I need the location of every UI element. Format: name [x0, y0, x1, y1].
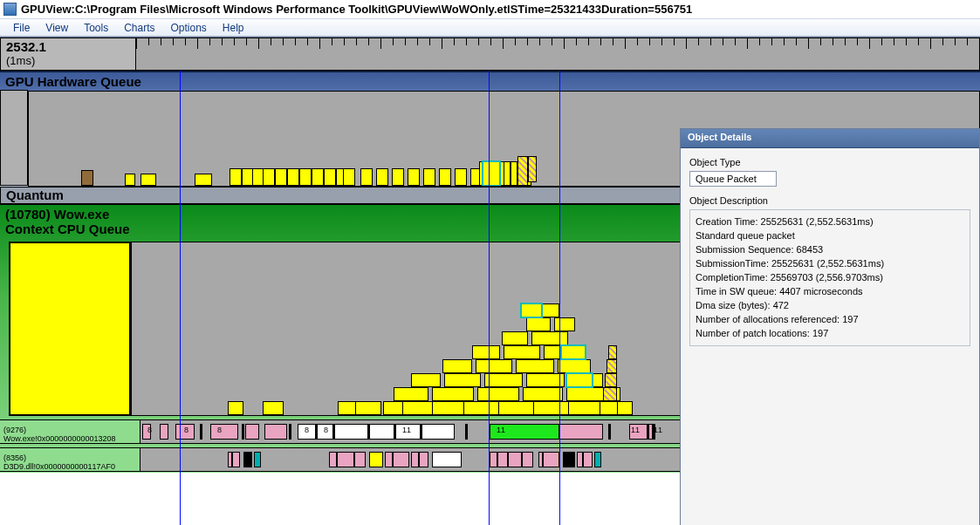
packet[interactable] [558, 359, 591, 373]
menu-charts[interactable]: Charts [116, 20, 162, 36]
packet[interactable] [607, 359, 617, 373]
ruler-track[interactable] [136, 38, 980, 71]
thread-segment[interactable] [160, 424, 168, 440]
thread-segment[interactable] [231, 452, 233, 467]
packet[interactable] [432, 387, 474, 401]
packet[interactable] [483, 161, 500, 186]
packet[interactable] [605, 373, 617, 387]
thread-segment[interactable] [289, 424, 291, 440]
thread-segment[interactable] [563, 452, 575, 467]
packet[interactable] [230, 168, 242, 186]
menu-view[interactable]: View [38, 20, 76, 36]
thread-segment[interactable] [200, 424, 202, 440]
packet[interactable] [312, 168, 324, 186]
thread-segment[interactable] [210, 424, 238, 440]
packet[interactable] [324, 168, 336, 186]
thread-segment[interactable] [242, 424, 244, 440]
packet[interactable] [603, 387, 617, 401]
thread-segment[interactable] [245, 424, 259, 440]
thread-segment[interactable] [647, 424, 649, 440]
packet[interactable] [511, 161, 517, 186]
packet[interactable] [528, 156, 537, 182]
packet[interactable] [299, 168, 312, 186]
packet[interactable] [521, 303, 542, 317]
packet[interactable] [504, 161, 511, 186]
packet[interactable] [275, 168, 287, 186]
packet[interactable] [455, 168, 467, 186]
thread-segment[interactable] [394, 424, 396, 440]
thread-segment[interactable] [264, 424, 287, 440]
thread-segment[interactable] [497, 452, 498, 467]
packet[interactable] [504, 345, 540, 359]
packet[interactable] [423, 168, 435, 186]
thread-segment[interactable] [228, 452, 240, 467]
packet[interactable] [444, 373, 481, 387]
thread-segment[interactable] [367, 424, 370, 440]
thread-segment[interactable] [247, 452, 249, 467]
packet[interactable] [442, 359, 472, 373]
menu-file[interactable]: File [5, 20, 38, 36]
thread-segment[interactable] [254, 452, 261, 467]
thread-segment[interactable] [577, 452, 593, 467]
packet[interactable] [477, 387, 519, 401]
panel-title[interactable]: Object Details [681, 129, 979, 148]
packet[interactable] [408, 168, 420, 186]
packet[interactable] [617, 401, 633, 415]
thread-segment[interactable] [385, 452, 409, 467]
packet[interactable] [516, 359, 554, 373]
packet[interactable] [523, 387, 563, 401]
thread-segment[interactable] [594, 452, 601, 467]
packet[interactable] [531, 331, 568, 345]
thread-segment[interactable] [418, 452, 420, 467]
packet[interactable] [608, 345, 617, 359]
thread-segment[interactable] [420, 424, 422, 440]
packet[interactable] [360, 168, 373, 186]
thread-segment[interactable] [369, 452, 383, 467]
packet[interactable] [561, 345, 586, 359]
packet[interactable] [472, 345, 500, 359]
cpu-queue-gutter[interactable] [9, 242, 131, 416]
packet[interactable] [484, 373, 523, 387]
packet[interactable] [287, 168, 299, 186]
packet[interactable] [554, 317, 575, 331]
thread-segment[interactable] [332, 424, 335, 440]
thread-segment[interactable] [353, 452, 355, 467]
packet[interactable] [476, 359, 512, 373]
time-ruler[interactable]: 2532.1 (1ms) [0, 38, 980, 71]
packet[interactable] [355, 401, 381, 415]
object-details-panel[interactable]: Object Details Object Type Queue Packet … [680, 128, 980, 525]
packet[interactable] [195, 174, 212, 186]
thread-segment[interactable] [608, 424, 611, 440]
thread-segment[interactable] [336, 452, 338, 467]
thread-segment[interactable] [507, 452, 509, 467]
packet[interactable] [526, 373, 565, 387]
packet[interactable] [566, 387, 605, 401]
thread-segment[interactable] [298, 424, 455, 440]
packet[interactable] [394, 387, 428, 401]
thread-segment[interactable] [432, 452, 462, 467]
workspace[interactable]: 2532.1 (1ms) GPU Hardware Queue Quantum … [0, 37, 980, 525]
thread-segment[interactable] [582, 452, 584, 467]
packet[interactable] [517, 156, 528, 186]
thread-segment[interactable] [329, 452, 366, 467]
menu-help[interactable]: Help [215, 20, 252, 36]
packet[interactable] [376, 168, 388, 186]
packet[interactable] [263, 401, 284, 415]
packet[interactable] [81, 170, 93, 186]
packet[interactable] [125, 174, 135, 186]
packet[interactable] [140, 174, 156, 186]
menu-tools[interactable]: Tools [76, 20, 116, 36]
thread-segment[interactable] [521, 452, 523, 467]
thread-segment[interactable] [315, 424, 318, 440]
thread-segment[interactable] [542, 452, 544, 467]
thread-segment[interactable] [411, 452, 428, 467]
menu-options[interactable]: Options [163, 20, 215, 36]
packet[interactable] [439, 168, 451, 186]
packet[interactable] [228, 401, 243, 415]
packet[interactable] [263, 168, 275, 186]
thread-segment[interactable] [392, 452, 394, 467]
packet[interactable] [526, 317, 551, 331]
packet[interactable] [343, 168, 355, 186]
packet[interactable] [411, 373, 441, 387]
thread-segment[interactable] [465, 424, 468, 440]
